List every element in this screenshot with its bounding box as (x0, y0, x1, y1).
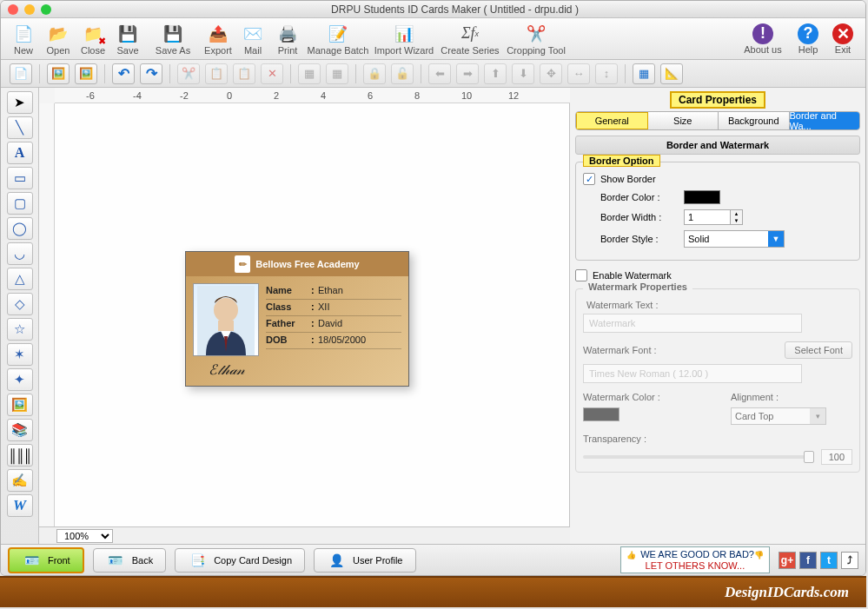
export-icon: 📤 (207, 23, 229, 45)
border-width-label: Border Width : (600, 212, 684, 222)
zoom-window-icon[interactable] (41, 4, 51, 15)
border-group-legend: Border Option (583, 155, 660, 167)
line-tool[interactable]: ╲ (7, 116, 33, 139)
id-card[interactable]: ✏ Bellows Free Academy ℰ𝓉𝒽𝒶𝓃 (185, 251, 409, 387)
show-border-checkbox[interactable]: ✓ (583, 173, 595, 185)
lock-button[interactable]: 🔒 (363, 63, 386, 84)
align-hcenter-button[interactable]: ↔ (567, 63, 590, 84)
close-button[interactable]: 📁✖Close (76, 20, 110, 58)
copy-card-button[interactable]: 📑Copy Card Design (175, 548, 305, 573)
new-file-icon: 📄 (12, 23, 35, 45)
chevron-down-icon: ▾ (810, 408, 825, 424)
info-row: DOB:18/05/2000 (266, 333, 401, 349)
canvas[interactable]: ✏ Bellows Free Academy ℰ𝓉𝒽𝒶𝓃 (55, 103, 570, 526)
paste-button[interactable]: 📋 (233, 63, 255, 84)
alignment-select[interactable]: Card Top▾ (731, 407, 826, 425)
insert-image-button[interactable]: 🖼️ (47, 63, 70, 84)
grid-button[interactable]: ▦ (633, 63, 655, 84)
border-color-swatch[interactable] (684, 190, 720, 204)
share-icon[interactable]: ⤴ (841, 552, 858, 569)
send-back-button[interactable]: ▦ (326, 63, 348, 84)
4point-star-tool[interactable]: ✦ (7, 368, 33, 391)
wordart-tool[interactable]: W (7, 494, 33, 517)
delete-button[interactable]: ✕ (261, 63, 283, 84)
section-title: Border and Watermark (575, 136, 860, 155)
new-card-button[interactable]: 📄 (10, 63, 32, 84)
saveas-button[interactable]: 💾Save As (145, 20, 201, 58)
back-button[interactable]: 🪪Back (93, 548, 166, 573)
diamond-tool[interactable]: ◇ (7, 293, 33, 315)
open-button[interactable]: 📂Open (41, 20, 76, 58)
library-tool[interactable]: 📚 (7, 419, 33, 441)
tab-border-watermark[interactable]: Border and Wa... (790, 112, 860, 129)
copy-button[interactable]: 📋 (205, 63, 228, 84)
star-tool[interactable]: ☆ (7, 318, 33, 341)
select-font-button[interactable]: Select Font (785, 341, 852, 359)
watermark-text-input[interactable]: Watermark (583, 314, 802, 333)
save-button[interactable]: 💾Save (110, 20, 145, 58)
transparency-slider[interactable] (583, 455, 814, 459)
rounded-rect-tool[interactable]: ▢ (7, 192, 33, 215)
border-width-spinner[interactable]: ▲▼ (731, 209, 743, 225)
bring-front-button[interactable]: ▦ (298, 63, 321, 84)
new-button[interactable]: 📄New (6, 20, 41, 58)
arc-tool[interactable]: ◡ (7, 242, 33, 265)
tab-size[interactable]: Size (648, 112, 719, 129)
exit-button[interactable]: ✕Exit (825, 20, 860, 58)
card-back-icon: 🪪 (106, 553, 125, 568)
cropping-tool-button[interactable]: ✂️Cropping Tool (503, 20, 569, 58)
triangle-tool[interactable]: △ (7, 268, 33, 290)
redo-button[interactable]: ↷ (140, 63, 162, 84)
school-name: Bellows Free Academy (255, 259, 359, 269)
manage-batch-button[interactable]: 📝Manage Batch (305, 20, 371, 58)
select-tool[interactable]: ➤ (7, 91, 33, 114)
zoom-select[interactable]: 100% (56, 529, 113, 543)
align-vcenter-button[interactable]: ↕ (595, 63, 618, 84)
align-bottom-button[interactable]: ⬇ (512, 63, 534, 84)
rate-us-button[interactable]: 👍 WE ARE GOOD OR BAD?👎LET OTHERS KNOW... (620, 546, 770, 574)
close-window-icon[interactable] (8, 4, 18, 15)
align-center-button[interactable]: ✥ (540, 63, 562, 84)
print-button[interactable]: 🖨️Print (270, 20, 305, 58)
help-button[interactable]: ?Help (791, 20, 825, 58)
border-width-input[interactable]: 1 (684, 209, 731, 225)
info-row: Class:XII (266, 300, 401, 316)
googleplus-icon[interactable]: g+ (779, 552, 796, 569)
watermark-color-swatch[interactable] (583, 407, 620, 421)
image-tool[interactable]: 🖼️ (7, 394, 33, 416)
border-style-select[interactable]: Solid▼ (684, 230, 785, 248)
twitter-icon[interactable]: t (820, 552, 838, 569)
ellipse-tool[interactable]: ◯ (7, 217, 33, 240)
crop-icon: ✂️ (525, 23, 547, 45)
align-left-button[interactable]: ⬅ (428, 63, 451, 84)
undo-button[interactable]: ↶ (112, 63, 135, 84)
signature-tool[interactable]: ✍️ (7, 469, 33, 492)
show-border-label: Show Border (600, 174, 656, 184)
mail-button[interactable]: ✉️Mail (235, 20, 270, 58)
text-tool[interactable]: A (7, 142, 33, 164)
user-profile-button[interactable]: 👤User Profile (314, 548, 415, 573)
watermark-text-label: Watermark Text : (586, 300, 852, 310)
export-button[interactable]: 📤Export (201, 20, 235, 58)
enable-watermark-checkbox[interactable] (575, 269, 587, 281)
copy-icon: 📑 (188, 553, 207, 568)
create-series-button[interactable]: ΣfxCreate Series (437, 20, 503, 58)
minimize-window-icon[interactable] (24, 4, 35, 15)
barcode-tool[interactable]: ║║║ (7, 444, 33, 467)
tab-background[interactable]: Background (719, 112, 790, 129)
transparency-label: Transparency : (583, 434, 852, 444)
ruler-button[interactable]: 📐 (660, 63, 683, 84)
tab-general[interactable]: General (576, 112, 648, 129)
cut-button[interactable]: ✂️ (177, 63, 200, 84)
import-wizard-button[interactable]: 📊Import Wizard (371, 20, 437, 58)
align-top-button[interactable]: ⬆ (484, 63, 507, 84)
about-button[interactable]: !About us (735, 20, 791, 58)
unlock-button[interactable]: 🔓 (391, 63, 414, 84)
align-right-button[interactable]: ➡ (456, 63, 479, 84)
burst-tool[interactable]: ✶ (7, 343, 33, 366)
border-color-label: Border Color : (600, 192, 684, 202)
facebook-icon[interactable]: f (799, 552, 817, 569)
front-button[interactable]: 🪪Front (8, 547, 84, 573)
export-image-button[interactable]: 🖼️ (75, 63, 97, 84)
rectangle-tool[interactable]: ▭ (7, 167, 33, 189)
